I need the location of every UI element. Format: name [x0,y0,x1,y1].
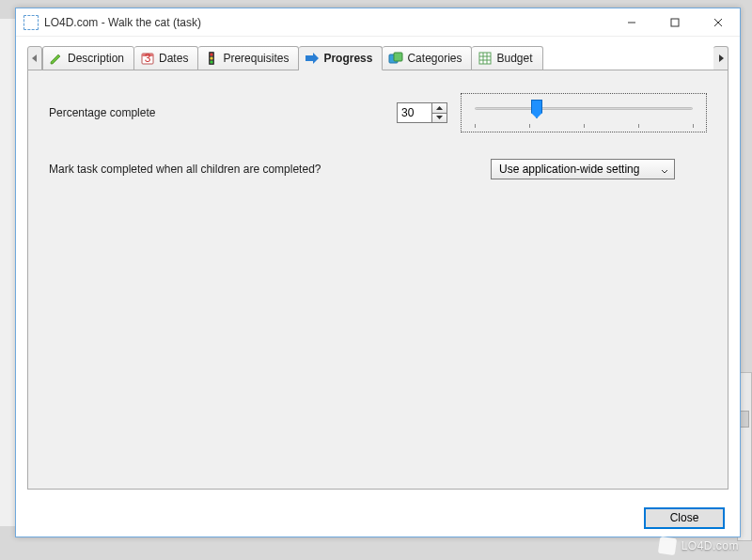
svg-rect-16 [394,53,402,61]
dialog-content: Description 3 Dates Prerequisites Progre… [16,37,740,499]
svg-marker-23 [436,106,443,110]
tabstrip: Description 3 Dates Prerequisites Progre… [27,46,728,70]
tab-label: Progress [323,52,372,65]
tab-label: Dates [159,52,188,65]
tab-budget[interactable]: Budget [472,46,542,70]
percentage-slider[interactable] [461,93,707,132]
svg-marker-24 [436,116,443,119]
app-icon [24,15,39,30]
slider-tick [584,124,585,128]
tab-label: Description [68,52,124,65]
tab-prerequisites[interactable]: Prerequisites [198,46,299,70]
categories-icon [388,51,403,66]
minimize-button[interactable] [610,8,653,37]
percentage-spin-buttons [431,103,446,122]
svg-rect-17 [479,53,491,64]
svg-marker-14 [313,53,319,64]
progress-arrow-icon [305,51,320,66]
tab-scroll-right[interactable] [713,46,728,70]
tab-label: Budget [496,52,532,65]
traffic-light-icon [204,51,219,66]
svg-point-10 [211,53,213,55]
close-window-button[interactable] [697,8,740,37]
svg-point-11 [211,56,213,59]
slider-track [475,107,693,110]
dialog-footer: Close [16,499,740,537]
close-button[interactable]: Close [644,507,725,529]
calendar-icon: 3 [140,51,155,66]
svg-rect-1 [671,19,679,26]
svg-text:3: 3 [145,52,151,65]
mark-complete-dropdown[interactable]: Use application-wide setting [491,159,675,179]
close-button-label: Close [670,511,699,524]
slider-tick [529,124,530,128]
svg-marker-22 [719,54,724,62]
tab-dates[interactable]: 3 Dates [134,46,198,70]
tab-panel-progress: Percentage complete [27,70,728,490]
window-title: LO4D.com - Walk the cat (task) [44,16,610,29]
maximize-button[interactable] [653,8,697,37]
svg-rect-13 [306,55,313,61]
svg-marker-5 [51,54,60,64]
watermark-icon [657,537,676,555]
percentage-input[interactable] [398,103,431,122]
slider-tick [693,124,694,128]
slider-thumb[interactable] [531,100,542,118]
slider-tick [475,124,476,128]
svg-marker-4 [32,54,37,62]
chevron-down-icon [661,165,668,173]
tab-progress[interactable]: Progress [299,46,383,70]
slider-tick [638,124,639,128]
tab-label: Categories [407,52,462,65]
spinner-up-button[interactable] [432,103,446,114]
watermark: LO4D.com [659,537,739,554]
titlebar[interactable]: LO4D.com - Walk the cat (task) [16,8,740,37]
mark-complete-row: Mark task completed when all children ar… [49,159,707,179]
background-scrollbar-thumb [740,411,749,428]
tab-label: Prerequisites [223,52,289,65]
dropdown-selected-value: Use application-wide setting [499,163,639,176]
spreadsheet-icon [478,51,493,66]
watermark-text: LO4D.com [682,539,739,552]
percentage-row: Percentage complete [49,93,707,132]
pencil-icon [49,51,64,66]
svg-point-12 [211,60,213,63]
spinner-down-button[interactable] [432,114,446,123]
tab-scroll-left[interactable] [27,46,42,70]
mark-complete-label: Mark task completed when all children ar… [49,163,491,176]
tab-description[interactable]: Description [42,46,134,70]
percentage-spinner[interactable] [397,102,447,123]
tab-categories[interactable]: Categories [383,46,472,70]
percentage-label: Percentage complete [49,106,397,119]
task-dialog: LO4D.com - Walk the cat (task) Descripti… [15,8,741,537]
